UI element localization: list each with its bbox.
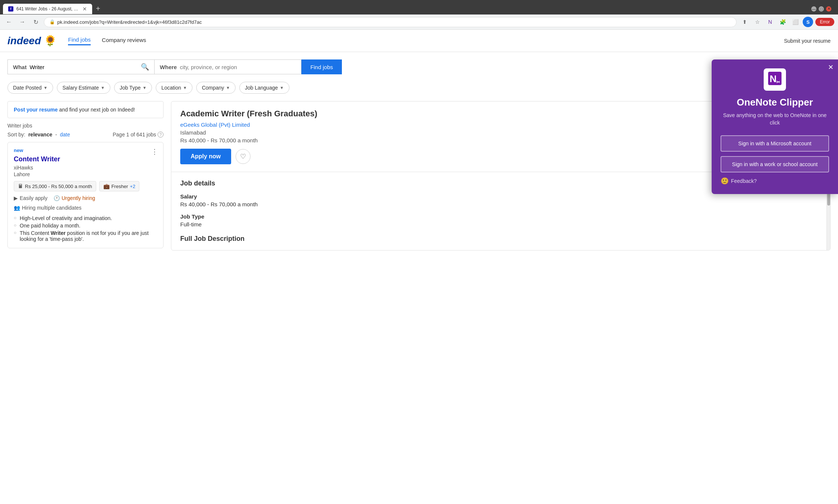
onenote-clipper-panel: ✕ N ✂ OneNote Clipper Save anything on t… (712, 59, 838, 194)
find-jobs-button[interactable]: Find jobs (301, 59, 342, 74)
main-nav: Find jobs Company reviews (68, 36, 146, 45)
people-icon: 👥 (14, 205, 20, 211)
bullet-3: This Content Writer position is not for … (14, 229, 157, 243)
location-filter[interactable]: Location ▼ (156, 82, 192, 94)
sign-in-work-school-button[interactable]: Sign in with a work or school account (721, 156, 829, 172)
onenote-logo: N ✂ (764, 68, 786, 91)
job-bullets: High-Level of creativity and imagination… (14, 214, 157, 243)
easily-apply-icon: ▶ (14, 195, 18, 201)
tab-title: 641 Writer Jobs - 26 August, 202... (16, 6, 80, 12)
profile-button[interactable]: S (803, 17, 813, 27)
hiring-multiple: 👥 Hiring multiple candidates (14, 205, 157, 211)
search-row: What 🔍 Where Find jobs (7, 59, 342, 74)
sort-row: Sort by: relevance - date Page 1 of 641 … (7, 132, 164, 138)
job-language-filter[interactable]: Job Language ▼ (239, 82, 289, 94)
experience-count: +2 (130, 184, 135, 189)
sign-in-microsoft-button[interactable]: Sign in with a Microsoft account (721, 135, 829, 152)
easily-apply-feature: ▶ Easily apply (14, 195, 48, 201)
salary-icon: 🖩 (18, 183, 23, 189)
forward-button[interactable]: → (17, 17, 27, 27)
where-input[interactable] (180, 64, 296, 70)
where-label: Where (160, 64, 177, 70)
svg-text:N: N (770, 73, 777, 84)
feedback-emoji-icon: 🙂 (721, 177, 729, 185)
address-bar[interactable]: 🔒 pk.indeed.com/jobs?q=Writer&redirected… (44, 17, 737, 27)
job-tags: 🖩 Rs 25,000 - Rs 50,000 a month 💼 Freshe… (14, 181, 157, 191)
company-reviews-nav[interactable]: Company reviews (102, 37, 146, 45)
svg-text:✂: ✂ (776, 80, 780, 85)
extensions-icon[interactable]: 🧩 (777, 17, 788, 27)
apply-now-button[interactable]: Apply now (180, 149, 231, 164)
what-label: What (13, 64, 27, 70)
full-job-desc-heading: Full Job Description (180, 235, 818, 243)
sort-date-link[interactable]: date (60, 132, 70, 138)
error-button[interactable]: Error (815, 18, 834, 26)
salary-estimate-filter[interactable]: Salary Estimate ▼ (57, 82, 110, 94)
browser-chrome: f 641 Writer Jobs - 26 August, 202... ✕ … (0, 0, 838, 30)
active-tab[interactable]: f 641 Writer Jobs - 26 August, 202... ✕ (3, 4, 92, 14)
new-tab-button[interactable]: + (92, 3, 104, 14)
logo[interactable]: indeed 🌻 (7, 35, 57, 47)
company-filter[interactable]: Company ▼ (196, 82, 236, 94)
logo-icon: 🌻 (44, 35, 57, 47)
job-type-filter[interactable]: Job Type ▼ (114, 82, 152, 94)
onenote-close-button[interactable]: ✕ (828, 63, 834, 71)
job-company: xiHawks (14, 165, 157, 171)
share-icon[interactable]: ⬆ (740, 17, 750, 27)
writer-jobs-label: Writer jobs (7, 123, 164, 129)
post-resume-text: and find your next job on Indeed! (59, 107, 135, 113)
logo-text: indeed (7, 35, 41, 47)
save-job-button[interactable]: ♡ (236, 149, 250, 164)
submit-resume-btn[interactable]: Submit your resume (784, 38, 831, 44)
tab-favicon: f (8, 6, 13, 12)
experience-tag: 💼 Fresher +2 (99, 181, 140, 191)
urgently-hiring-feature: 🕐 Urgently hiring (54, 195, 95, 201)
job-title[interactable]: Content Writer (14, 155, 157, 163)
help-icon[interactable]: ? (158, 132, 164, 138)
new-badge: new (14, 148, 157, 153)
chevron-down-icon: ▼ (142, 85, 146, 90)
onenote-logo-icon: N ✂ (768, 72, 782, 88)
bookmark-icon[interactable]: ☆ (752, 17, 763, 27)
salary-label: Salary (180, 193, 818, 200)
where-search-box: Where (154, 59, 301, 74)
page-content: indeed 🌻 Find jobs Company reviews Submi… (0, 30, 838, 290)
chevron-down-icon: ▼ (226, 85, 230, 90)
feedback-link[interactable]: 🙂 Feedback? (721, 177, 829, 185)
onenote-subtitle: Save anything on the web to OneNote in o… (721, 112, 829, 126)
cast-icon[interactable]: ⬜ (790, 17, 800, 27)
post-resume-banner: Post your resume and find your next job … (7, 101, 164, 118)
chevron-down-icon: ▼ (183, 85, 187, 90)
refresh-button[interactable]: ↻ (30, 17, 41, 27)
what-input[interactable] (30, 64, 141, 70)
back-button[interactable]: ← (4, 17, 14, 27)
job-location: Lahore (14, 171, 157, 177)
bullet-1: High-Level of creativity and imagination… (14, 214, 157, 222)
minimize-button[interactable]: — (811, 6, 816, 12)
date-posted-filter[interactable]: Date Posted ▼ (7, 82, 53, 94)
header-right: Submit your resume (784, 38, 831, 44)
salary-detail: Salary Rs 40,000 - Rs 70,000 a month (180, 193, 818, 207)
salary-value: Rs 40,000 - Rs 70,000 a month (180, 201, 818, 207)
job-card[interactable]: new ⋮ Content Writer xiHawks Lahore 🖩 Rs… (7, 142, 164, 248)
onenote-extension-icon[interactable]: N (765, 17, 775, 27)
close-window-button[interactable]: ✕ (826, 6, 831, 12)
more-options-button[interactable]: ⋮ (151, 148, 158, 156)
close-tab-button[interactable]: ✕ (82, 6, 87, 12)
job-type-detail: Job Type Full-time (180, 213, 818, 227)
page-info: Page 1 of 641 jobs ? (113, 132, 164, 138)
bullet-2: One paid holiday a month. (14, 222, 157, 229)
chevron-down-icon: ▼ (43, 85, 48, 90)
sort-relevance-link[interactable]: relevance (28, 132, 52, 138)
post-resume-link[interactable]: Post your resume (14, 107, 58, 113)
find-jobs-nav[interactable]: Find jobs (68, 36, 91, 45)
onenote-title: OneNote Clipper (721, 97, 829, 108)
left-panel: Post your resume and find your next job … (7, 101, 164, 251)
urgently-icon: 🕐 (54, 195, 60, 201)
url-text: pk.indeed.com/jobs?q=Writer&redirected=1… (57, 19, 731, 25)
maximize-button[interactable]: □ (819, 6, 824, 12)
search-icon[interactable]: 🔍 (141, 63, 149, 71)
salary-tag: 🖩 Rs 25,000 - Rs 50,000 a month (14, 181, 96, 191)
window-controls: — □ ✕ (808, 4, 835, 14)
sort-by-label: Sort by: relevance - date (7, 132, 70, 138)
